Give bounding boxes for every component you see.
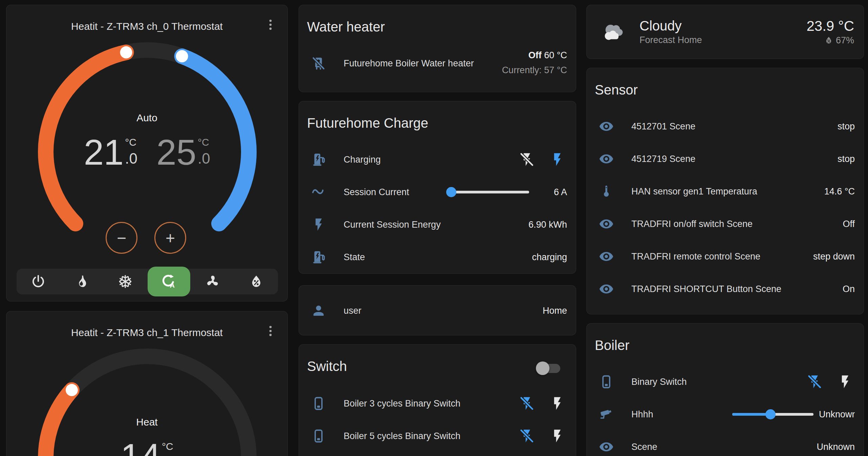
- sensor-card: Sensor 4512701 Scene stop 4512719 Scene …: [586, 68, 864, 314]
- flash-icon[interactable]: [549, 428, 565, 444]
- entity-row[interactable]: Charging: [299, 143, 576, 176]
- user-card: user Home: [299, 285, 576, 335]
- entity-row[interactable]: 4512719 Scene stop: [587, 143, 864, 175]
- high-temp-unit: °C: [198, 137, 210, 148]
- ev-station-icon: [311, 250, 326, 265]
- thermostat-ch0-card: Heatit - Z-TRM3 ch_0 Thermostat Auto 21 …: [6, 5, 288, 302]
- entity-name: TRADFRI on/off switch Scene: [631, 219, 837, 229]
- state-line: Off 60 °C: [528, 50, 567, 60]
- slider-knob[interactable]: [765, 409, 776, 419]
- slider-knob[interactable]: [446, 187, 456, 197]
- card-title: Sensor: [587, 68, 864, 98]
- weather-humidity: 67%: [836, 35, 854, 46]
- target-low: 21 °C .0: [84, 133, 137, 171]
- water-percent-icon: [249, 274, 264, 289]
- entity-row[interactable]: State charging: [299, 241, 576, 273]
- entity-name: TRADFRI remote control Scene: [631, 251, 808, 262]
- mode-heat-button[interactable]: [60, 269, 103, 294]
- more-options-icon[interactable]: [264, 17, 277, 32]
- entity-row[interactable]: 4512701 Scene stop: [587, 110, 864, 143]
- group-toggle[interactable]: [536, 361, 562, 375]
- hvac-mode-label: Auto: [6, 112, 287, 124]
- fire-icon: [74, 274, 89, 289]
- entity-row[interactable]: Futurehome Boiler Water heater Off 60 °C…: [299, 47, 576, 80]
- entity-name: Session Current: [344, 187, 448, 198]
- low-handle[interactable]: [120, 46, 132, 59]
- mode-off-button[interactable]: [17, 269, 60, 294]
- mode-auto-button[interactable]: [148, 267, 190, 296]
- low-temp-decimal: .0: [125, 150, 137, 167]
- entity-row[interactable]: TRADFRI remote control Scene step down: [587, 240, 864, 273]
- entity-name: Boiler 5 cycles Binary Switch: [344, 431, 514, 441]
- eye-icon: [599, 119, 614, 134]
- target-temperature: 14 °C: [6, 437, 287, 456]
- entity-row[interactable]: Boiler 3 cycles Binary Switch: [299, 387, 576, 420]
- binary-switch-icon: [599, 374, 614, 389]
- session-current-slider[interactable]: [448, 186, 529, 198]
- entity-name: 4512719 Scene: [631, 154, 832, 164]
- entity-row[interactable]: HAN sensor gen1 Temperatura 14.6 °C: [587, 175, 864, 208]
- power-icon: [31, 274, 46, 289]
- slider-track[interactable]: [448, 191, 529, 193]
- entity-state: Unknown: [819, 409, 855, 420]
- eye-icon: [599, 249, 614, 264]
- futurehome-charge-card: Futurehome Charge Charging Session Curre…: [299, 101, 576, 274]
- water-boiler-off-icon: [311, 56, 326, 71]
- entity-row[interactable]: Current Session Energy 6.90 kWh: [299, 208, 576, 241]
- entity-row[interactable]: Boiler 5 cycles Binary Switch: [299, 420, 576, 452]
- flash-icon[interactable]: [549, 152, 565, 167]
- mode-fan-button[interactable]: [191, 269, 234, 294]
- entity-row[interactable]: Scene Unknown: [587, 431, 864, 456]
- mode-cool-button[interactable]: [104, 269, 147, 294]
- entity-name: Binary Switch: [631, 377, 801, 387]
- entity-row[interactable]: Hhhh Unknown: [587, 398, 864, 431]
- flash-icon[interactable]: [549, 396, 565, 411]
- target-temperatures: 21 °C .0 25 °C .0: [6, 133, 287, 171]
- binary-switch-icon: [311, 429, 326, 443]
- high-handle[interactable]: [176, 50, 188, 62]
- entity-name: 4512701 Scene: [631, 121, 832, 132]
- humidity-icon: [824, 36, 833, 45]
- water-heater-card: Water heater Futurehome Boiler Water hea…: [299, 5, 576, 92]
- target-handle[interactable]: [66, 384, 78, 396]
- entity-state: Unknown: [817, 442, 855, 452]
- card-title: Boiler: [587, 324, 864, 353]
- entity-state: step down: [813, 251, 855, 262]
- entity-row[interactable]: Binary Switch: [587, 366, 864, 398]
- entity-name: TRADFRI SHORTCUT Button Scene: [631, 284, 837, 294]
- high-temp-decimal: .0: [198, 150, 210, 167]
- decrease-temp-button[interactable]: −: [106, 222, 137, 254]
- flash-off-icon[interactable]: [519, 152, 535, 167]
- entity-state: 14.6 °C: [824, 186, 855, 197]
- increase-temp-button[interactable]: +: [154, 222, 186, 254]
- hvac-mode-label: Heat: [6, 416, 287, 428]
- account-icon: [311, 303, 326, 318]
- entity-state-block: Off 60 °C Currently: 57 °C: [502, 48, 567, 78]
- entity-row[interactable]: TRADFRI on/off switch Scene Off: [587, 208, 864, 240]
- entity-row[interactable]: TRADFRI SHORTCUT Button Scene On: [587, 273, 864, 305]
- binary-switch-icon: [311, 396, 326, 411]
- card-title: Futurehome Charge: [299, 101, 576, 131]
- mode-dry-button[interactable]: [235, 269, 278, 294]
- low-temp-unit: °C: [125, 137, 137, 148]
- snowflake-icon: [118, 274, 133, 289]
- entity-name: Scene: [631, 442, 811, 452]
- hhhh-slider[interactable]: [732, 409, 813, 420]
- toggle-knob[interactable]: [536, 361, 549, 375]
- weather-condition: Cloudy: [639, 18, 806, 34]
- entity-name: Current Session Energy: [344, 220, 523, 230]
- entity-row[interactable]: user Home: [299, 294, 576, 327]
- temp-unit: °C: [162, 441, 173, 452]
- flash-off-icon[interactable]: [519, 396, 535, 411]
- weather-card[interactable]: Cloudy Forecast Home 23.9 °C 67%: [586, 5, 864, 59]
- sine-wave-icon: [311, 185, 326, 200]
- entity-state: Off: [843, 219, 855, 229]
- card-title: Switch: [307, 358, 536, 374]
- more-options-icon[interactable]: [264, 324, 277, 338]
- flash-off-icon[interactable]: [807, 374, 822, 390]
- flash-icon[interactable]: [837, 374, 853, 390]
- flash-off-icon[interactable]: [519, 428, 535, 444]
- thermostat-ch1-card: Heatit - Z-TRM3 ch_1 Thermostat Heat 14 …: [6, 311, 288, 456]
- ev-station-icon: [311, 152, 326, 167]
- entity-row[interactable]: Session Current 6 A: [299, 176, 576, 208]
